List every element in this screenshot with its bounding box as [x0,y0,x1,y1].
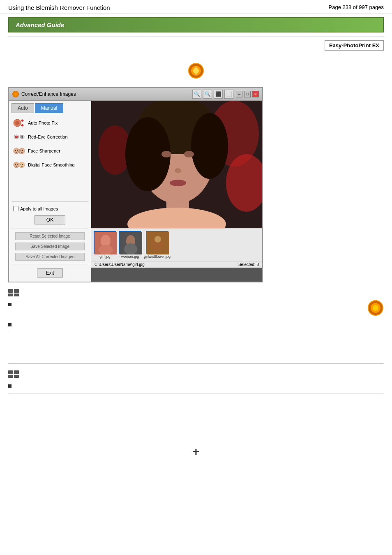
redeye-label: Red-Eye Correction [28,134,68,139]
note2-row [8,320,384,330]
tab-manual[interactable]: Manual [35,103,63,113]
tab-row: Auto Manual [12,103,88,113]
menu-item-redeye[interactable]: Red-Eye Correction [12,130,88,143]
close-btn[interactable]: ✕ [252,91,259,97]
toolbar-icons: 🔍 🔍 ⬛ ⬜ [192,90,233,99]
thumb-label-flower: girlandflower.jpg [144,254,171,259]
svg-point-11 [15,150,16,151]
minimize-btn[interactable]: ─ [236,91,242,97]
svg-rect-39 [95,232,117,254]
thumbnail-girl[interactable]: girl.jpg [94,231,116,259]
svg-rect-49 [8,294,13,296]
svg-point-13 [19,148,25,154]
dialog-title-left: Correct/Enhance Images [12,91,76,97]
svg-rect-51 [14,294,19,296]
note1-bullet [8,303,12,306]
fit-btn[interactable]: ⬛ [214,90,223,99]
svg-point-14 [21,150,21,151]
dialog-title-text: Correct/Enhance Images [21,91,76,97]
svg-point-7 [16,136,17,137]
svg-point-30 [161,151,171,157]
note3-row [8,381,384,391]
divider3 [12,264,88,264]
main-photo [91,101,262,228]
save-button[interactable]: Save Selected Image [15,243,84,250]
thumb-img-girl [94,231,116,254]
page-header: Using the Blemish Remover Function Page … [0,0,392,14]
thumbnail-flower[interactable]: girlandflower.jpg [144,231,171,259]
svg-rect-57 [14,370,19,374]
redeye-icon [13,132,25,141]
app-icon-area [0,54,392,83]
note2-text [15,321,16,328]
svg-point-16 [14,162,19,168]
dialog-window: Correct/Enhance Images 🔍 🔍 ⬛ ⬜ ─ □ ✕ [8,87,263,282]
svg-rect-43 [120,232,142,254]
note3-text [15,383,16,390]
apply-all-checkbox[interactable] [13,206,18,211]
menu-item-smooth[interactable]: Digital Face Smoothing [12,158,88,171]
dialog-left-panel: Auto Manual Auto Photo Fix [9,101,91,282]
divider2 [12,229,88,229]
menu-item-autofix[interactable]: Auto Photo Fix [12,116,88,130]
divider1 [12,201,88,202]
thumbnail-strip: girl.jpg woman.jpg [91,228,262,261]
restore-btn[interactable]: □ [244,91,251,97]
section3-icon-row [8,370,384,379]
plus-symbol: + [0,437,392,467]
smooth-icon [13,160,25,169]
note3-bullet [8,384,12,388]
svg-point-54 [373,305,378,311]
svg-point-12 [17,150,18,151]
svg-point-19 [19,162,25,168]
exit-button[interactable]: Exit [37,268,62,278]
svg-rect-58 [14,375,19,378]
autofix-label: Auto Photo Fix [28,120,58,125]
zoom-out-btn[interactable]: 🔍 [203,90,212,99]
thumb-img-woman [119,231,141,254]
thumb-label-woman: woman.jpg [121,254,139,259]
thumbnail-woman[interactable]: woman.jpg [119,231,141,259]
menu-item-face[interactable]: Face Sharpener [12,144,88,157]
reset-button[interactable]: Reset Selected Image [15,232,84,240]
svg-point-15 [22,150,23,151]
tab-auto[interactable]: Auto [12,103,34,113]
section3-icon [8,370,20,379]
svg-point-9 [21,136,23,138]
ok-button[interactable]: OK [35,215,65,224]
svg-point-6 [15,136,18,138]
svg-rect-50 [14,289,19,293]
checkbox-label: Apply to all images [20,206,58,211]
dialog-content: Auto Manual Auto Photo Fix [9,101,262,282]
note1-row [8,300,367,310]
dialog-titlebar: Correct/Enhance Images 🔍 🔍 ⬛ ⬜ ─ □ ✕ [9,88,262,101]
note2-bullet [8,323,12,326]
thumb-img-flower [146,231,168,254]
note1-icon [367,300,384,317]
dialog-title-buttons: ─ □ ✕ [236,91,259,97]
section1 [8,288,384,332]
guide-banner: Advanced Guide [8,17,384,32]
checkbox-row: Apply to all images [12,204,88,213]
svg-point-29 [191,113,228,179]
save-all-button[interactable]: Save All Corrected Images [15,253,84,261]
status-bar: C:\Users\UserName\girl.jpg Selected: 3 [91,261,262,268]
page-info: Page 238 of 997 pages [329,4,384,10]
thumb-label-girl: girl.jpg [99,254,111,259]
titlebar-icon [12,91,19,97]
svg-point-20 [21,164,21,165]
section2 [8,335,384,364]
section1-icon [8,288,20,297]
svg-point-17 [15,164,16,165]
zoom-in-btn[interactable]: 🔍 [192,90,201,99]
svg-rect-56 [8,375,13,378]
svg-point-47 [154,236,161,243]
brand-bar: Easy-PhotoPrint EX [0,37,392,54]
autofix-icon [13,118,25,127]
expand-btn[interactable]: ⬜ [224,90,233,99]
svg-point-18 [17,164,18,165]
svg-point-21 [22,164,23,165]
svg-point-10 [14,148,19,154]
app-icon [188,62,204,79]
svg-rect-48 [8,289,13,293]
